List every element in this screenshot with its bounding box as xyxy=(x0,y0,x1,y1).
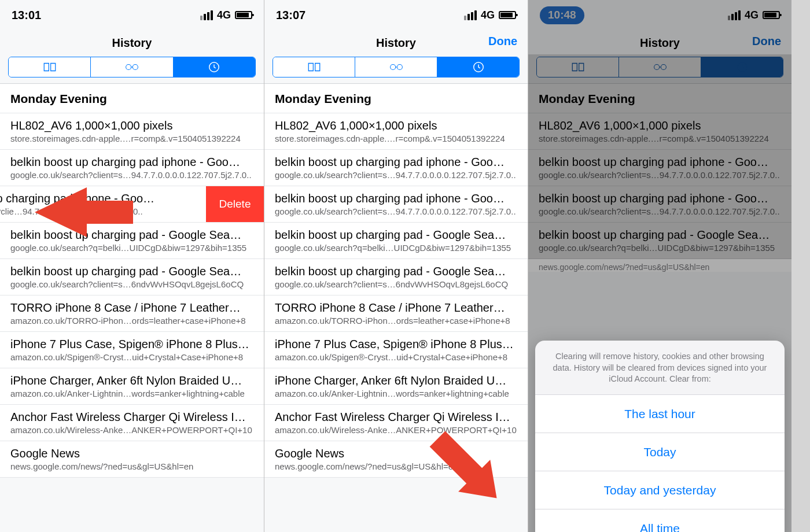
clear-option-today[interactable]: Today xyxy=(535,433,785,471)
history-item[interactable]: iPhone Charger, Anker 6ft Nylon Braided … xyxy=(0,368,264,405)
tab-reading-list[interactable] xyxy=(91,57,173,77)
tab-bookmarks[interactable] xyxy=(273,57,355,77)
history-item[interactable]: belkin boost up charging pad - Google Se… xyxy=(264,259,528,295)
screen-3-clear-history-sheet: 10:48 4G History Done Monday Evening HL8… xyxy=(528,0,791,532)
history-item[interactable]: belkin boost up charging pad iphone - Go… xyxy=(0,150,264,186)
segmented-bar xyxy=(0,54,264,84)
section-header: Monday Evening xyxy=(0,84,264,113)
history-item[interactable]: HL802_AV6 1,000×1,000 pixelsstore.storei… xyxy=(264,113,528,150)
svg-point-5 xyxy=(397,64,402,69)
svg-point-0 xyxy=(126,64,131,69)
history-item[interactable]: Anchor Fast Wireless Charger Qi Wireless… xyxy=(264,405,528,441)
tab-history[interactable] xyxy=(174,57,255,77)
screen-2-history-list: 13:07 4G History Done Monday Evening HL8… xyxy=(264,0,528,532)
clock-icon xyxy=(471,61,486,73)
history-item[interactable]: belkin boost up charging pad - Google Se… xyxy=(0,223,264,259)
clear-option-last-hour[interactable]: The last hour xyxy=(535,394,785,433)
history-item[interactable]: iPhone 7 Plus Case, Spigen® iPhone 8 Plu… xyxy=(264,332,528,368)
done-button[interactable]: Done xyxy=(488,35,517,48)
page-title: History xyxy=(376,36,416,50)
tab-bookmarks[interactable] xyxy=(9,57,91,77)
page-title: History xyxy=(112,36,152,50)
history-item[interactable]: Anchor Fast Wireless Charger Qi Wireless… xyxy=(0,405,264,441)
svg-point-1 xyxy=(132,64,138,69)
cellular-signal-icon xyxy=(200,10,213,20)
clear-history-action-sheet: Clearing will remove history, cookies an… xyxy=(535,341,785,532)
battery-icon xyxy=(499,11,516,19)
status-time: 13:01 xyxy=(12,9,41,22)
glasses-icon xyxy=(389,61,404,73)
history-item[interactable]: belkin boost up charging pad iphone - Go… xyxy=(264,186,528,223)
book-icon xyxy=(42,61,57,73)
history-item[interactable]: HL802_AV6 1,000×1,000 pixelsstore.storei… xyxy=(0,113,264,150)
history-item[interactable]: Google Newsnews.google.com/news/?ned=us&… xyxy=(0,441,264,478)
history-item[interactable]: belkin boost up charging pad - Google Se… xyxy=(264,223,528,259)
tab-history[interactable] xyxy=(437,57,519,77)
cellular-signal-icon xyxy=(464,10,477,20)
status-bar: 13:07 4G xyxy=(264,0,528,31)
history-item[interactable]: TORRO iPhone 8 Case / iPhone 7 Leather…a… xyxy=(264,295,528,332)
battery-icon xyxy=(235,11,252,19)
clock-icon xyxy=(207,61,222,73)
svg-point-4 xyxy=(390,64,395,69)
nav-bar: History Done xyxy=(264,31,528,54)
history-item[interactable]: Google Newsnews.google.com/news/?ned=us&… xyxy=(264,441,528,478)
book-icon xyxy=(307,61,322,73)
history-item[interactable]: belkin boost up charging pad iphone - Go… xyxy=(264,150,528,186)
history-item[interactable]: TORRO iPhone 8 Case / iPhone 7 Leather…a… xyxy=(0,295,264,332)
network-label: 4G xyxy=(481,9,495,21)
status-time: 13:07 xyxy=(276,9,305,22)
section-header: Monday Evening xyxy=(264,84,528,113)
glasses-icon xyxy=(124,61,139,73)
clear-option-today-yesterday[interactable]: Today and yesterday xyxy=(535,471,785,509)
nav-bar: History xyxy=(0,31,264,54)
sheet-message: Clearing will remove history, cookies an… xyxy=(535,341,785,394)
history-item[interactable]: iPhone 7 Plus Case, Spigen® iPhone 8 Plu… xyxy=(0,332,264,368)
segmented-bar xyxy=(264,54,528,84)
tab-reading-list[interactable] xyxy=(355,57,437,77)
history-list[interactable]: HL802_AV6 1,000×1,000 pixelsstore.storei… xyxy=(264,113,528,478)
delete-button[interactable]: Delete xyxy=(206,186,264,222)
history-item[interactable]: iPhone Charger, Anker 6ft Nylon Braided … xyxy=(264,368,528,405)
history-list[interactable]: HL802_AV6 1,000×1,000 pixelsstore.storei… xyxy=(0,113,264,478)
history-item-swiped[interactable]: boost up charging pad iphone - Goo…uk/se… xyxy=(0,186,264,223)
network-label: 4G xyxy=(217,9,231,21)
status-bar: 13:01 4G xyxy=(0,0,264,31)
screen-1-swipe-delete: 13:01 4G History Monday Evening HL802_AV… xyxy=(0,0,264,532)
clear-option-all-time[interactable]: All time xyxy=(535,509,785,532)
history-item[interactable]: belkin boost up charging pad - Google Se… xyxy=(0,259,264,295)
